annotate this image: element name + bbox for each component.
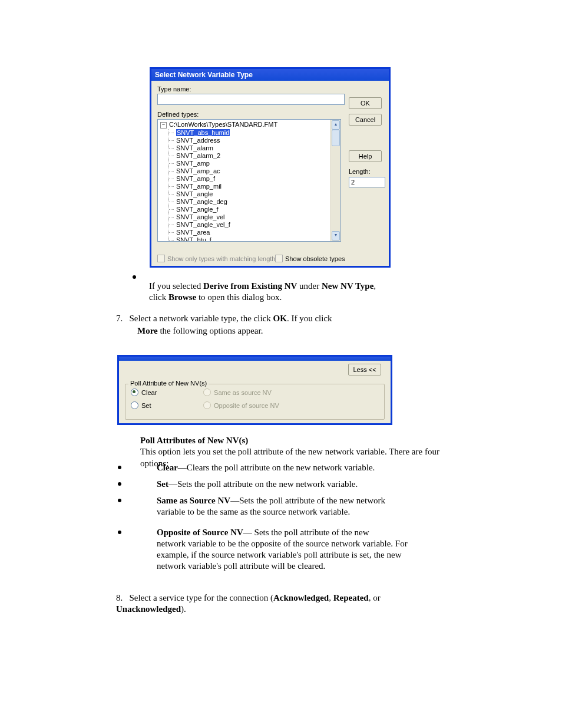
tree-root-label[interactable]: C:\LonWorks\Types\STANDARD.FMT xyxy=(169,121,277,128)
tree-item[interactable]: SNVT_amp_mil xyxy=(171,183,340,190)
show-matching-label: Show only types with matching length xyxy=(167,255,275,262)
tree-item[interactable]: SNVT_angle_vel_f xyxy=(171,221,340,229)
tree-scrollbar[interactable]: ▴ ▾ xyxy=(330,120,340,241)
body-text: If you selected Derive from Existing NV … xyxy=(149,280,455,292)
body-text: Unacknowledged). xyxy=(116,603,446,615)
select-nv-type-dialog: Select Network Variable Type Type name: … xyxy=(150,67,391,268)
tree-item[interactable]: SNVT_angle_f xyxy=(171,206,340,213)
list-item: Clear—Clears the poll attribute on the n… xyxy=(157,462,451,473)
radio-same: Same as source NV xyxy=(203,388,272,396)
poll-attribute-panel: Less << Poll Attribute of New NV(s) Clea… xyxy=(117,355,392,425)
dialog-title: Select Network Variable Type xyxy=(151,69,389,81)
scroll-down-icon[interactable]: ▾ xyxy=(332,231,340,241)
bullet-icon xyxy=(118,531,121,534)
tree-item[interactable]: SNVT_amp xyxy=(171,160,340,167)
tree-item[interactable]: SNVT_btu_f xyxy=(171,236,340,242)
help-button[interactable]: Help xyxy=(349,150,382,162)
length-input[interactable] xyxy=(349,177,385,187)
radio-opposite: Opposite of source NV xyxy=(203,401,279,409)
type-name-input[interactable] xyxy=(157,94,345,105)
groupbox-legend: Poll Attribute of New NV(s) xyxy=(128,380,209,387)
tree-item[interactable]: SNVT_alarm_2 xyxy=(171,152,340,160)
tree-collapse-icon[interactable]: − xyxy=(160,122,167,129)
section-heading: Poll Attributes of New NV(s) xyxy=(140,434,248,446)
bullet-icon xyxy=(118,482,121,486)
body-text: More the following options appear. xyxy=(137,325,444,337)
body-text: 8. Select a service type for the connect… xyxy=(116,592,464,604)
defined-types-tree[interactable]: −C:\LonWorks\Types\STANDARD.FMT SNVT_abs… xyxy=(157,119,341,242)
radio-set[interactable]: Set xyxy=(131,401,201,409)
tree-item[interactable]: SNVT_abs_humid xyxy=(171,129,340,137)
tree-item[interactable]: SNVT_angle_deg xyxy=(171,198,340,206)
tree-item[interactable]: SNVT_address xyxy=(171,137,340,144)
list-item: Opposite of Source NV— Sets the poll att… xyxy=(157,526,451,538)
dialog-title-strip xyxy=(119,357,391,361)
list-item: example, if the source network variable'… xyxy=(157,549,451,561)
bullet-icon xyxy=(118,499,121,502)
list-item: network variable to be the opposite of t… xyxy=(157,538,451,549)
list-item: variable to be the same as the source ne… xyxy=(157,506,451,518)
tree-item[interactable]: SNVT_alarm xyxy=(171,144,340,152)
radio-clear[interactable]: Clear xyxy=(131,388,201,396)
show-matching-checkbox[interactable]: Show only types with matching length xyxy=(157,255,275,262)
body-text: click Browse to open this dialog box. xyxy=(149,291,455,303)
less-button[interactable]: Less << xyxy=(348,364,381,375)
type-name-label: Type name: xyxy=(157,85,383,93)
scroll-thumb[interactable] xyxy=(332,130,340,146)
body-text: 7. Select a network variable type, the c… xyxy=(116,312,446,324)
bullet-icon xyxy=(133,275,136,279)
tree-item[interactable]: SNVT_angle_vel xyxy=(171,213,340,221)
tree-item[interactable]: SNVT_amp_ac xyxy=(171,167,340,175)
list-item: Set—Sets the poll attribute on the new n… xyxy=(157,478,451,490)
cancel-button[interactable]: Cancel xyxy=(349,114,382,126)
bullet-icon xyxy=(118,466,121,469)
show-obsolete-label: Show obsolete types xyxy=(285,255,345,262)
length-label: Length: xyxy=(349,168,383,175)
tree-item[interactable]: SNVT_angle xyxy=(171,190,340,198)
show-obsolete-checkbox[interactable]: Show obsolete types xyxy=(275,255,345,262)
tree-item[interactable]: SNVT_area xyxy=(171,229,340,236)
ok-button[interactable]: OK xyxy=(349,97,382,109)
list-item: Same as Source NV—Sets the poll attribut… xyxy=(157,495,451,506)
list-item: network variable's poll attribute will b… xyxy=(157,560,451,572)
tree-item[interactable]: SNVT_amp_f xyxy=(171,175,340,183)
scroll-up-icon[interactable]: ▴ xyxy=(332,120,340,130)
